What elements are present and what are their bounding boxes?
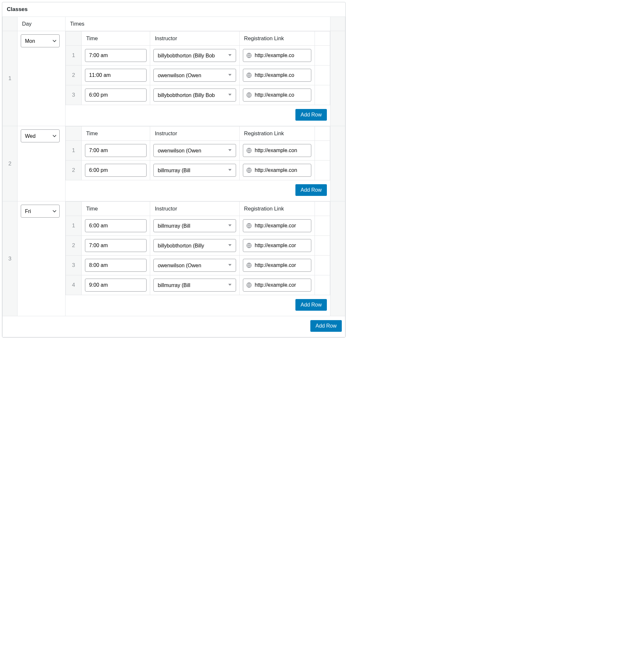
instructor-select[interactable]: owenwilson (Owen	[154, 144, 236, 157]
instructor-select[interactable]: billmurray (Bill	[154, 279, 236, 291]
inner-tail-header	[315, 32, 330, 46]
registration-cell	[239, 46, 315, 65]
time-input[interactable]	[85, 259, 147, 272]
day-index: 2	[3, 126, 17, 201]
time-cell	[81, 46, 150, 65]
time-header: Time	[81, 127, 150, 141]
slots-repeater: Time Instructor Registration Link 1 owen…	[65, 126, 330, 180]
add-slot-row-button[interactable]: Add Row	[295, 299, 327, 311]
time-input[interactable]	[85, 49, 147, 62]
days-repeater: Day Times 1 Mon Time	[2, 16, 345, 316]
slot-row: 2 billybobthorton (Billy	[66, 236, 330, 255]
inner-footer: Add Row	[65, 105, 330, 126]
slot-index: 1	[66, 46, 82, 65]
times-cell: Time Instructor Registration Link 1 owen…	[65, 126, 330, 201]
time-input[interactable]	[85, 144, 147, 157]
day-cell: Wed	[17, 126, 65, 201]
instructor-select[interactable]: billybobthorton (Billy Bob	[154, 88, 236, 101]
outer-tail-header	[330, 17, 345, 31]
instructor-select[interactable]: billybobthorton (Billy Bob	[154, 49, 236, 62]
time-cell	[81, 255, 150, 275]
instructor-select[interactable]: owenwilson (Owen	[154, 69, 236, 82]
registration-link-input[interactable]	[243, 144, 312, 157]
day-cell: Mon	[17, 31, 65, 126]
slot-index: 3	[66, 85, 82, 105]
outer-index-header	[3, 17, 17, 31]
classes-panel: Classes Day Times 1 Mon	[2, 2, 346, 338]
registration-cell	[239, 236, 315, 255]
instructor-select[interactable]: billybobthorton (Billy	[154, 239, 236, 252]
time-input[interactable]	[85, 219, 147, 232]
slot-tail	[315, 216, 330, 236]
slot-row: 4 billmurray (Bill	[66, 275, 330, 295]
inner-index-header	[66, 32, 82, 46]
registration-header: Registration Link	[239, 127, 315, 141]
slot-row: 1 billybobthorton (Billy Bob	[66, 46, 330, 65]
registration-link-input[interactable]	[243, 219, 312, 232]
time-cell	[81, 160, 150, 180]
slot-row: 1 billmurray (Bill	[66, 216, 330, 236]
inner-footer: Add Row	[65, 295, 330, 316]
time-cell	[81, 65, 150, 85]
registration-link-input[interactable]	[243, 259, 312, 272]
add-slot-row-button[interactable]: Add Row	[295, 184, 327, 196]
slot-index: 2	[66, 236, 82, 255]
time-input[interactable]	[85, 279, 147, 291]
slot-tail	[315, 236, 330, 255]
slot-row: 1 owenwilson (Owen	[66, 141, 330, 160]
instructor-cell: owenwilson (Owen	[150, 65, 239, 85]
day-select[interactable]: Fri	[21, 205, 60, 218]
time-cell	[81, 85, 150, 105]
add-slot-row-button[interactable]: Add Row	[295, 109, 327, 121]
slot-tail	[315, 85, 330, 105]
instructor-cell: billmurray (Bill	[150, 275, 239, 295]
time-cell	[81, 141, 150, 160]
slot-tail	[315, 65, 330, 85]
slots-repeater: Time Instructor Registration Link 1 bill…	[65, 31, 330, 105]
time-cell	[81, 216, 150, 236]
time-input[interactable]	[85, 164, 147, 177]
day-row: 3 Fri Time Instructor Registratio	[3, 201, 345, 316]
time-cell	[81, 275, 150, 295]
slot-row: 2 billmurray (Bill	[66, 160, 330, 180]
instructor-cell: owenwilson (Owen	[150, 255, 239, 275]
time-input[interactable]	[85, 239, 147, 252]
registration-link-input[interactable]	[243, 69, 312, 82]
registration-link-input[interactable]	[243, 279, 312, 291]
instructor-header: Instructor	[150, 202, 239, 216]
instructor-cell: billmurray (Bill	[150, 160, 239, 180]
slot-index: 2	[66, 160, 82, 180]
panel-title: Classes	[2, 2, 345, 16]
time-input[interactable]	[85, 88, 147, 101]
instructor-header: Instructor	[150, 127, 239, 141]
instructor-select[interactable]: owenwilson (Owen	[154, 259, 236, 272]
instructor-select[interactable]: billmurray (Bill	[154, 219, 236, 232]
day-index: 1	[3, 31, 17, 126]
instructor-cell: billybobthorton (Billy	[150, 236, 239, 255]
slot-index: 2	[66, 65, 82, 85]
registration-cell	[239, 255, 315, 275]
inner-tail-header	[315, 127, 330, 141]
day-select[interactable]: Wed	[21, 129, 60, 142]
registration-link-input[interactable]	[243, 164, 312, 177]
slots-repeater: Time Instructor Registration Link 1 bill…	[65, 201, 330, 295]
slot-index: 1	[66, 141, 82, 160]
registration-cell	[239, 141, 315, 160]
slot-tail	[315, 46, 330, 65]
times-header: Times	[65, 17, 330, 31]
registration-cell	[239, 85, 315, 105]
add-day-row-button[interactable]: Add Row	[310, 320, 342, 332]
inner-index-header	[66, 127, 82, 141]
registration-link-input[interactable]	[243, 239, 312, 252]
time-input[interactable]	[85, 69, 147, 82]
instructor-cell: billybobthorton (Billy Bob	[150, 85, 239, 105]
slot-tail	[315, 160, 330, 180]
registration-link-input[interactable]	[243, 49, 312, 62]
day-select[interactable]: Mon	[21, 34, 60, 47]
day-tail	[330, 31, 345, 126]
registration-link-input[interactable]	[243, 88, 312, 101]
instructor-cell: billmurray (Bill	[150, 216, 239, 236]
instructor-select[interactable]: billmurray (Bill	[154, 164, 236, 177]
registration-header: Registration Link	[239, 202, 315, 216]
registration-cell	[239, 275, 315, 295]
